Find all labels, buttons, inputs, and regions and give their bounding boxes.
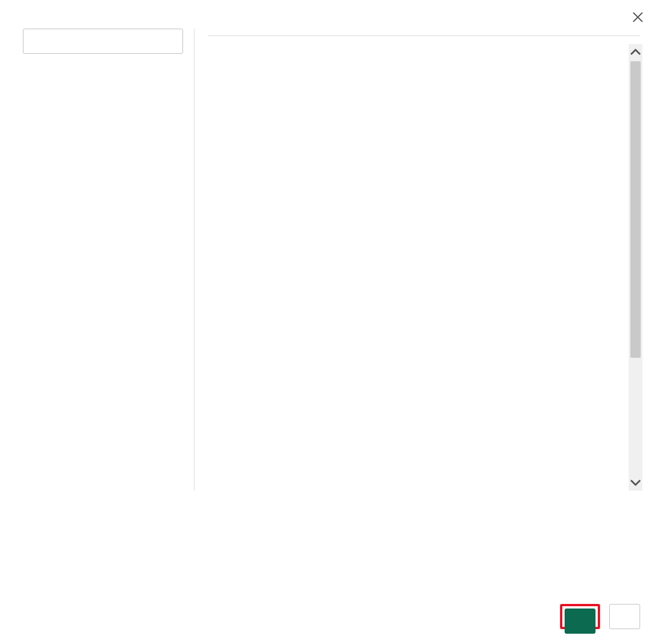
close-button[interactable]: [631, 10, 645, 28]
scrollbar-track[interactable]: [629, 61, 642, 473]
sidebar: [23, 29, 194, 491]
connector-list: [208, 44, 640, 491]
panel-title: [208, 29, 640, 36]
main-panel: [194, 29, 640, 491]
connect-button[interactable]: [565, 609, 595, 634]
scroll-down-button[interactable]: [629, 473, 642, 491]
footer: [23, 604, 640, 629]
cancel-button[interactable]: [609, 604, 640, 629]
close-icon: [631, 10, 645, 27]
scrollbar[interactable]: [629, 44, 642, 491]
search-input[interactable]: [23, 29, 183, 54]
chevron-down-icon: [629, 475, 642, 489]
get-data-dialog: [0, 0, 663, 644]
scroll-up-button[interactable]: [629, 44, 642, 61]
chevron-up-icon: [629, 46, 642, 60]
scrollbar-thumb[interactable]: [630, 61, 641, 358]
connect-button-highlight: [560, 604, 600, 629]
